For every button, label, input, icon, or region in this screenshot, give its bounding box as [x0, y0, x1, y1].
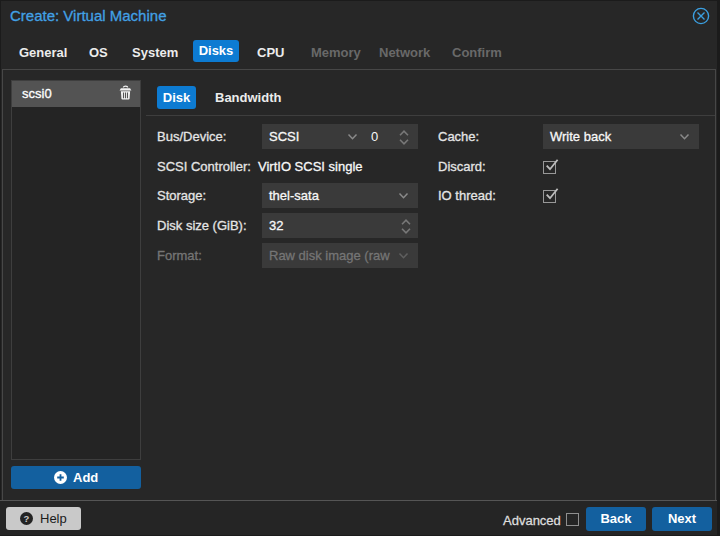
svg-text:?: ? [24, 513, 30, 524]
